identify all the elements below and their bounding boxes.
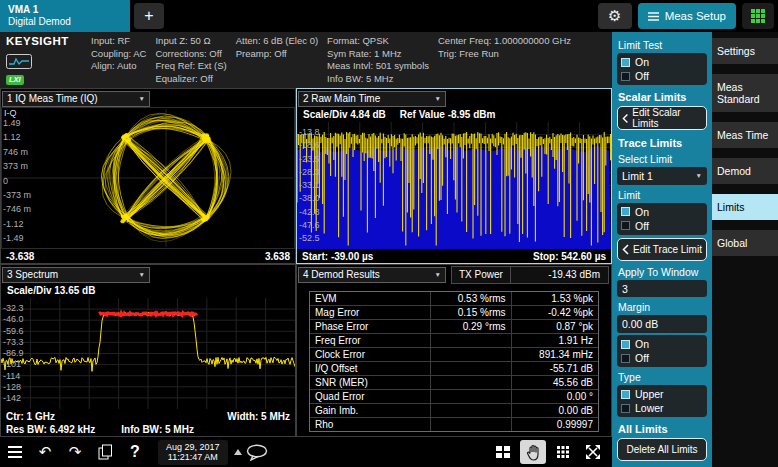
info-line: Format: QPSK — [327, 35, 429, 48]
limit-test-off-option[interactable]: Off — [621, 69, 703, 83]
info-line: Equalizer: Off — [155, 73, 226, 86]
window3-view-select[interactable]: 3 Spectrum ▼ — [2, 267, 150, 283]
system-settings-button[interactable]: ⚙ — [598, 3, 632, 29]
tab-meas-standard[interactable]: Meas Standard — [712, 74, 778, 112]
result-row: EVM0.53 %rms1.53 %pk — [310, 292, 598, 305]
edit-trace-limit-button[interactable]: Edit Trace Limit — [617, 238, 707, 261]
four-windows-icon — [495, 445, 511, 459]
time-label: 11:21:47 AM — [166, 452, 220, 463]
brand-block: KEYSIGHT LXI — [6, 35, 82, 85]
result-value: 45.56 dB — [512, 376, 598, 389]
collapse-triangle-icon[interactable] — [234, 449, 242, 455]
window-spectrum[interactable]: 3 Spectrum ▼ Scale/Div 13.65 dB -32.3-46… — [0, 264, 296, 437]
window1-view-select[interactable]: 1 IQ Meas Time (IQ) ▼ — [2, 91, 150, 107]
redo-icon: ↷ — [69, 443, 82, 461]
pan-tool-button[interactable] — [520, 440, 546, 464]
grid-layout-button[interactable] — [550, 440, 576, 464]
tab-demod[interactable]: Demod — [712, 158, 778, 184]
screenshot-button[interactable] — [92, 440, 118, 464]
info-line: Center Freq: 1.000000000 GHz — [438, 35, 571, 48]
select-limit-dropdown[interactable]: Limit 1 ▼ — [617, 167, 707, 185]
radio-indicator — [621, 72, 630, 81]
raw-main-time-plot[interactable]: -13.8-18.6-23.5-28.3-33.1-38.0-42.8-47.6… — [297, 122, 611, 249]
window2-titlebar: 2 Raw Main Time ▼ — [297, 89, 611, 107]
on-label: On — [635, 56, 649, 68]
x-min-label: -3.638 — [6, 251, 34, 262]
on-label: On — [635, 206, 649, 218]
info-line: Sym Rate: 1 MHz — [327, 48, 429, 61]
margin-off-option[interactable]: Off — [621, 351, 703, 365]
tab-global[interactable]: Global — [712, 230, 778, 256]
meas-setup-panel: Limit Test On Off Scalar Limits Edit Sca… — [612, 32, 712, 467]
result-row: Rho0.99997 — [310, 417, 598, 431]
info-line: Trig: Free Run — [438, 48, 571, 61]
chevron-left-icon — [622, 244, 629, 255]
type-toggle: Upper Lower — [617, 385, 707, 417]
scale-div-label: Scale/Div 4.84 dB — [303, 109, 386, 120]
timestamp-display[interactable]: Aug 29, 2017 11:21:47 AM — [158, 440, 228, 465]
margin-value[interactable]: 0.00 dB — [617, 315, 707, 333]
fullscreen-button[interactable] — [580, 440, 606, 464]
limit-toggle: On Off — [617, 203, 707, 235]
info-line: Freq Ref: Ext (S) — [155, 60, 226, 73]
add-mode-button[interactable]: + — [134, 3, 164, 29]
type-lower-option[interactable]: Lower — [621, 401, 703, 415]
margin-number: 0.00 dB — [622, 318, 658, 330]
window4-view-select[interactable]: 4 Demod Results ▼ — [298, 267, 446, 283]
center-freq-label: Ctr: 1 GHz — [6, 411, 55, 422]
type-upper-option[interactable]: Upper — [621, 387, 703, 401]
radio-indicator — [621, 340, 630, 349]
spectrum-plot[interactable]: -32.3-46.0-59.6-73.3-86.9-101-114-128-14… — [1, 298, 295, 409]
annotation-button[interactable] — [244, 440, 270, 464]
info-line: Input Z: 50 Ω — [155, 35, 226, 48]
edit-scalar-limits-label: Edit Scalar Limits — [632, 107, 702, 129]
demod-results-table: EVM0.53 %rms1.53 %pkMag Error0.15 %rms-0… — [309, 291, 599, 432]
mode-tab-vma1[interactable]: VMA 1 Digital Demod — [0, 0, 130, 32]
window-raw-main-time[interactable]: 2 Raw Main Time ▼ Scale/Div 4.84 dB Ref … — [296, 88, 612, 264]
select-limit-value: Limit 1 — [622, 170, 653, 182]
radio-indicator — [621, 58, 630, 67]
apply-to-window-value[interactable]: 3 — [617, 280, 707, 298]
select-limit-label: Select Limit — [618, 153, 706, 165]
tab-meas-time[interactable]: Meas Time — [712, 122, 778, 148]
undo-button[interactable]: ↶ — [32, 440, 58, 464]
apps-grid-button[interactable] — [742, 3, 774, 29]
limit-off-option[interactable]: Off — [621, 219, 703, 233]
result-value-rms: 0.53 %rms — [431, 292, 512, 305]
limit-test-on-option[interactable]: On — [621, 55, 703, 69]
tab-settings[interactable]: Settings — [712, 38, 778, 64]
iq-constellation-plot[interactable]: I-Q 1.491.12746 m373 m0-373 m-746 m-1.12… — [1, 107, 295, 249]
edit-scalar-limits-button[interactable]: Edit Scalar Limits — [617, 106, 707, 130]
info-col-freq: Center Freq: 1.000000000 GHzTrig: Free R… — [438, 35, 571, 85]
lxi-badge: LXI — [6, 75, 24, 85]
window-demod-results[interactable]: 4 Demod Results ▼ TX Power -19.43 dBm EV… — [296, 264, 612, 437]
hamburger-icon — [7, 445, 23, 459]
info-col-impedance: Input Z: 50 ΩCorrections: OffFreq Ref: E… — [155, 35, 226, 85]
tab-limits[interactable]: Limits — [712, 194, 778, 220]
limit-on-option[interactable]: On — [621, 205, 703, 219]
menu-tab-column: SettingsMeas StandardMeas TimeDemodLimit… — [712, 32, 778, 467]
result-row: Quad Error0.00 ° — [310, 389, 598, 403]
chevron-down-icon: ▼ — [435, 271, 441, 278]
window3-x-axis: Ctr: 1 GHz Width: 5 MHz — [1, 409, 295, 423]
help-button[interactable]: ? — [122, 440, 148, 464]
chevron-left-icon — [622, 113, 628, 124]
info-line: Align: Auto — [91, 60, 146, 73]
result-row: Phase Error0.29 °rms0.87 °pk — [310, 319, 598, 333]
delete-all-limits-button[interactable]: Delete All Limits — [617, 438, 707, 461]
edit-trace-limit-label: Edit Trace Limit — [633, 244, 702, 255]
main-menu-button[interactable] — [2, 440, 28, 464]
meas-setup-menu-button[interactable]: Meas Setup — [638, 3, 736, 29]
result-value-rms: 0.29 °rms — [431, 320, 512, 333]
tx-power-label: TX Power — [452, 267, 510, 283]
margin-on-option[interactable]: On — [621, 337, 703, 351]
window-iq-meas-time[interactable]: 1 IQ Meas Time (IQ) ▼ I-Q 1.491.12746 m3… — [0, 88, 296, 264]
redo-button[interactable]: ↷ — [62, 440, 88, 464]
info-line: Preamp: Off — [236, 48, 318, 61]
window2-view-select[interactable]: 2 Raw Main Time ▼ — [298, 91, 446, 107]
window-layout-button[interactable] — [490, 440, 516, 464]
result-name: Rho — [310, 418, 431, 431]
result-value-rms — [431, 348, 512, 361]
info-line: Atten: 6 dB (Elec 0) — [236, 35, 318, 48]
window1-title: 1 IQ Meas Time (IQ) — [7, 93, 98, 104]
